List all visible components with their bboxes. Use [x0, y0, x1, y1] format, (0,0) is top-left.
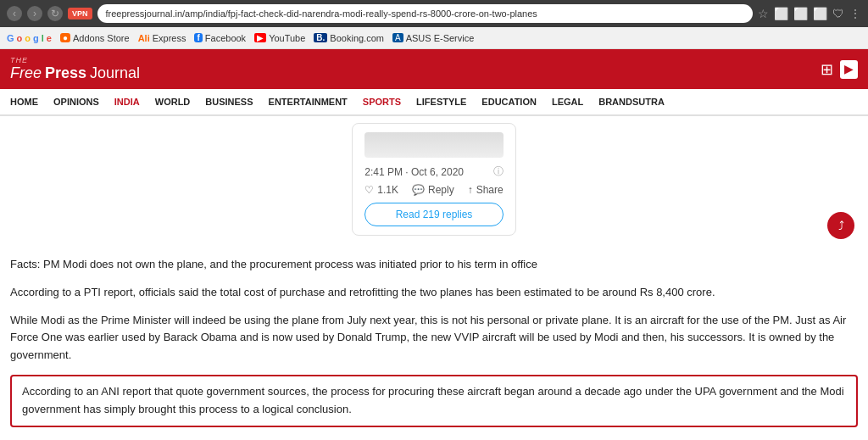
- tweet-embed: 2:41 PM · Oct 6, 2020 ⓘ ♡ 1.1K 💬 Reply ↑…: [352, 123, 515, 236]
- site-logo[interactable]: THE Free Press Journal: [10, 56, 140, 82]
- nav-brandsutra[interactable]: BRANDSUTRA: [598, 90, 665, 114]
- menu-icon[interactable]: ⋮: [849, 7, 861, 20]
- article-para-3: While Modi as the Prime Minister will in…: [10, 312, 858, 365]
- nav-entertainment[interactable]: ENTERTAINMENT: [269, 90, 348, 114]
- bookmark-booking[interactable]: B. Booking.com: [314, 33, 384, 43]
- logo-journal: Journal: [90, 64, 140, 82]
- tweet-actions: ♡ 1.1K 💬 Reply ↑ Share: [364, 184, 503, 196]
- article-para-4: As an ANI article quotes sources to say:…: [10, 437, 858, 440]
- address-bar[interactable]: freepressjournal.in/amp/india/fpj-fact-c…: [97, 4, 753, 23]
- nav-india[interactable]: INDIA: [114, 90, 140, 114]
- shield-icon[interactable]: 🛡: [832, 7, 844, 20]
- vpn-badge: VPN: [68, 8, 92, 19]
- read-replies-button[interactable]: Read 219 replies: [364, 203, 503, 226]
- share-float-icon: ⤴: [838, 219, 844, 232]
- tweet-time: 2:41 PM · Oct 6, 2020 ⓘ: [364, 164, 503, 179]
- nav-lifestyle[interactable]: LIFESTYLE: [416, 90, 466, 114]
- tweet-share[interactable]: ↑ Share: [468, 184, 504, 196]
- ext-icon3[interactable]: ⬜: [813, 7, 827, 20]
- bookmark-addons[interactable]: ● Addons Store: [60, 33, 130, 43]
- article-para-1: Facts: PM Modi does not own the plane, a…: [10, 256, 858, 274]
- heart-icon: ♡: [364, 184, 374, 196]
- site-header: THE Free Press Journal ⊞ ▶: [0, 49, 868, 89]
- bookmark-youtube[interactable]: ▶ YouTube: [254, 33, 305, 43]
- tweet-like[interactable]: ♡ 1.1K: [364, 184, 398, 196]
- logo-tagline: THE: [10, 56, 140, 64]
- nav-world[interactable]: WORLD: [155, 90, 191, 114]
- bookmark-aliexpress[interactable]: Ali Express: [138, 33, 186, 43]
- browser-chrome: ‹ › ↻ VPN freepressjournal.in/amp/india/…: [0, 0, 868, 27]
- forward-button[interactable]: ›: [27, 6, 42, 21]
- nav-bar: HOME OPINIONS INDIA WORLD BUSINESS ENTER…: [0, 89, 868, 116]
- grid-icon[interactable]: ⊞: [821, 60, 833, 79]
- nav-opinions[interactable]: OPINIONS: [53, 90, 99, 114]
- article-para-2: According to a PTI report, officials sai…: [10, 284, 858, 302]
- logo-press: Press: [45, 64, 86, 82]
- header-icons: ⊞ ▶: [821, 60, 858, 79]
- refresh-button[interactable]: ↻: [47, 6, 63, 21]
- nav-home[interactable]: HOME: [10, 90, 38, 114]
- url-text: freepressjournal.in/amp/india/fpj-fact-c…: [106, 8, 537, 19]
- highlighted-paragraph: According to an ANI report that quote go…: [10, 375, 858, 427]
- nav-business[interactable]: BUSINESS: [205, 90, 253, 114]
- bookmark-asus[interactable]: A ASUS E-Service: [392, 33, 474, 43]
- ext-icon2[interactable]: ⬜: [793, 7, 808, 20]
- main-content: 2:41 PM · Oct 6, 2020 ⓘ ♡ 1.1K 💬 Reply ↑…: [0, 116, 868, 440]
- browser-icons: ☆ ⬜ ⬜ ⬜ 🛡 ⋮: [758, 7, 861, 20]
- tweet-info-icon[interactable]: ⓘ: [493, 164, 504, 179]
- share-icon: ↑: [468, 184, 473, 196]
- reply-icon: 💬: [412, 184, 425, 196]
- nav-sports[interactable]: SPORTS: [363, 90, 401, 114]
- nav-legal[interactable]: LEGAL: [552, 90, 583, 114]
- back-button[interactable]: ‹: [7, 6, 22, 21]
- nav-education[interactable]: EDUCATION: [481, 90, 537, 114]
- ext-icon1[interactable]: ⬜: [774, 7, 788, 20]
- tweet-reply[interactable]: 💬 Reply: [412, 184, 454, 196]
- play-icon[interactable]: ▶: [840, 60, 858, 79]
- bookmark-google[interactable]: G o o g l e: [7, 33, 52, 43]
- bookmark-facebook[interactable]: f Facebook: [194, 33, 246, 43]
- logo-free: Free: [10, 64, 42, 82]
- share-float-button[interactable]: ⤴: [827, 212, 854, 239]
- bookmarks-bar: G o o g l e ● Addons Store Ali Express f…: [0, 27, 868, 49]
- star-icon[interactable]: ☆: [758, 7, 769, 20]
